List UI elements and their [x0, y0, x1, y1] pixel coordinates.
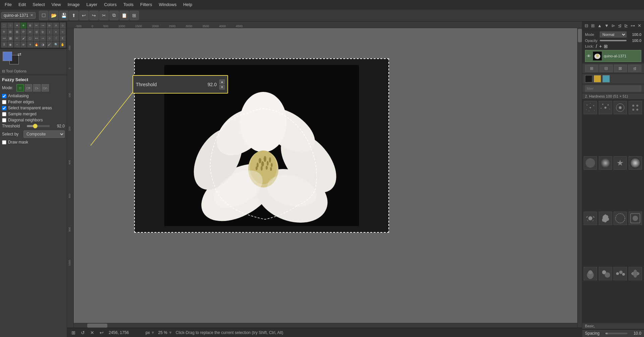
lock-pixels-btn[interactable]: /	[596, 44, 597, 49]
right-panel-remove-icon[interactable]: ⊴	[617, 22, 622, 29]
brush-item-scatter2[interactable]	[629, 267, 642, 280]
tool-airbrush[interactable]: ⊷	[34, 35, 40, 41]
brush-item-scatter1[interactable]	[613, 267, 627, 280]
brush-item-texture1[interactable]	[613, 212, 627, 225]
tool-shear[interactable]: ⊴	[34, 29, 40, 35]
layer-delete-btn[interactable]: ⊟	[599, 65, 613, 72]
right-panel-expand-icon[interactable]: ⊞	[590, 22, 595, 29]
tool-hand[interactable]: ✋	[60, 42, 66, 48]
tool-color-picker[interactable]: 🖋	[47, 42, 53, 48]
brush-item-ink2[interactable]	[599, 267, 612, 280]
right-panel-collapse-icon[interactable]: ⊟	[584, 22, 589, 29]
swatch-teal[interactable]	[602, 75, 610, 82]
status-cancel-icon[interactable]: ✕	[89, 329, 96, 336]
brush-item-dots1[interactable]	[613, 101, 627, 114]
tool-free-select[interactable]: ✦	[14, 22, 20, 29]
tool-paths[interactable]: ⊳	[47, 22, 53, 29]
menu-help[interactable]: Help	[180, 1, 195, 8]
mode-replace[interactable]: □	[16, 84, 24, 92]
layer-new-btn[interactable]: ⊞	[585, 65, 598, 72]
threshold-down-btn[interactable]: ▼	[219, 85, 225, 90]
tool-rotate[interactable]: ⟳	[20, 29, 26, 35]
tool-paintbrush[interactable]: 🖌	[20, 35, 26, 41]
swatch-black[interactable]	[585, 75, 592, 82]
lock-alpha-btn[interactable]: ⊞	[604, 44, 608, 49]
tool-measure[interactable]: ⊹	[60, 22, 66, 29]
select-by-dropdown[interactable]: Composite Red Green Blue Alpha	[23, 130, 65, 138]
scrollbar-vertical[interactable]	[577, 28, 582, 328]
tool-text[interactable]: A	[53, 22, 59, 29]
spacing-slider[interactable]	[605, 333, 628, 334]
status-redo-icon[interactable]: ↩	[98, 329, 105, 336]
canvas-wrapper[interactable]: Threshold 92.0 ▲ ▼	[74, 28, 582, 328]
new-btn[interactable]: ☐	[39, 11, 48, 20]
right-panel-close-icon[interactable]: ✕	[637, 22, 642, 29]
right-panel-add-icon[interactable]: ⊳	[611, 22, 616, 29]
tool-pencil[interactable]: ✏	[14, 35, 20, 41]
menu-view[interactable]: View	[49, 1, 64, 8]
paste-btn[interactable]: 📋	[119, 11, 129, 20]
brush-item-hardedge[interactable]	[599, 156, 612, 170]
foreground-color-swatch[interactable]	[3, 52, 12, 61]
tool-flip[interactable]: ↕	[47, 29, 53, 35]
mode-intersect[interactable]: □∩	[42, 84, 49, 92]
tool-heal[interactable]: ⊻	[60, 35, 66, 41]
right-panel-up-icon[interactable]: ▲	[597, 22, 602, 29]
select-transparent-checkbox[interactable]	[2, 106, 6, 110]
brush-item-circle-soft[interactable]	[629, 156, 642, 170]
tool-dodge[interactable]: ☀	[27, 42, 33, 48]
tool-warp[interactable]: ≈	[60, 29, 66, 35]
diagonal-neighbors-checkbox[interactable]	[2, 118, 6, 122]
brush-item-texture2[interactable]	[629, 212, 642, 225]
menu-image[interactable]: Image	[65, 1, 82, 8]
tool-blend[interactable]: ▦	[7, 35, 13, 41]
save-btn[interactable]: 💾	[59, 11, 68, 20]
brush-item-circle-large[interactable]	[584, 156, 597, 170]
brushes-filter-input[interactable]	[585, 86, 641, 92]
swatch-gold[interactable]	[594, 75, 601, 82]
redo-btn[interactable]: ↪	[89, 11, 99, 20]
brush-item-ink1[interactable]	[584, 267, 597, 280]
tool-ellipse-select[interactable]: ○	[7, 22, 13, 29]
status-save-icon[interactable]: ⊞	[70, 329, 77, 336]
right-panel-link-icon[interactable]: ⊶	[630, 22, 636, 29]
tool-fuzzy-select[interactable]: ✧	[20, 22, 26, 29]
swap-colors-btn[interactable]: ⇄	[17, 52, 21, 57]
open-btn[interactable]: 📂	[49, 11, 58, 20]
sample-merged-checkbox[interactable]	[2, 112, 6, 116]
status-zoom[interactable]: 25 % ▼	[158, 330, 172, 335]
brush-item-splash1[interactable]	[584, 212, 597, 225]
brush-item-dots2[interactable]	[629, 101, 642, 114]
right-panel-down-icon[interactable]: ▼	[604, 22, 609, 29]
threshold-up-btn[interactable]: ▲	[219, 79, 225, 84]
menu-select[interactable]: Select	[30, 1, 47, 8]
close-image-btn[interactable]: ✕	[30, 13, 33, 17]
tool-scale[interactable]: ⇔	[27, 29, 33, 35]
tool-blur[interactable]: ◉	[7, 42, 13, 48]
menu-windows[interactable]: Windows	[156, 1, 179, 8]
threshold-slider[interactable]	[27, 125, 50, 127]
layer-mode-select[interactable]: Normal Dissolve Multiply Screen Overlay	[600, 32, 627, 38]
draw-mask-checkbox[interactable]	[2, 140, 6, 145]
tool-bucket-fill[interactable]: ⊶	[1, 35, 7, 41]
layer-entry-0[interactable]: 👁 quino-al-1371	[585, 50, 641, 62]
layer-visibility-icon[interactable]: 👁	[587, 54, 591, 59]
layer-duplicate-btn[interactable]: ⊠	[614, 65, 627, 72]
tool-burn[interactable]: 🔥	[34, 42, 40, 48]
tool-zoom[interactable]: 🔍	[53, 42, 59, 48]
antialiasing-checkbox[interactable]	[2, 94, 6, 98]
lock-position-btn[interactable]: +	[599, 44, 602, 49]
scrollbar-thumb-vertical[interactable]	[578, 29, 582, 42]
tool-perspective-clone[interactable]: ⊼	[1, 42, 7, 48]
tool-rect-select[interactable]: ⬚	[1, 22, 7, 29]
menu-filters[interactable]: Filters	[138, 1, 155, 8]
mode-add[interactable]: □+	[25, 84, 32, 92]
feather-edges-checkbox[interactable]	[2, 100, 6, 104]
tool-perspective[interactable]: ⊵	[40, 29, 46, 35]
status-undo-icon[interactable]: ↺	[79, 329, 87, 336]
tool-select-by-color[interactable]: ⊕	[27, 22, 33, 29]
menu-file[interactable]: File	[2, 1, 14, 8]
tool-crop[interactable]: ⊠	[14, 29, 20, 35]
cut-btn[interactable]: ✂	[99, 11, 109, 20]
tool-clone[interactable]: ⊺	[53, 35, 59, 41]
